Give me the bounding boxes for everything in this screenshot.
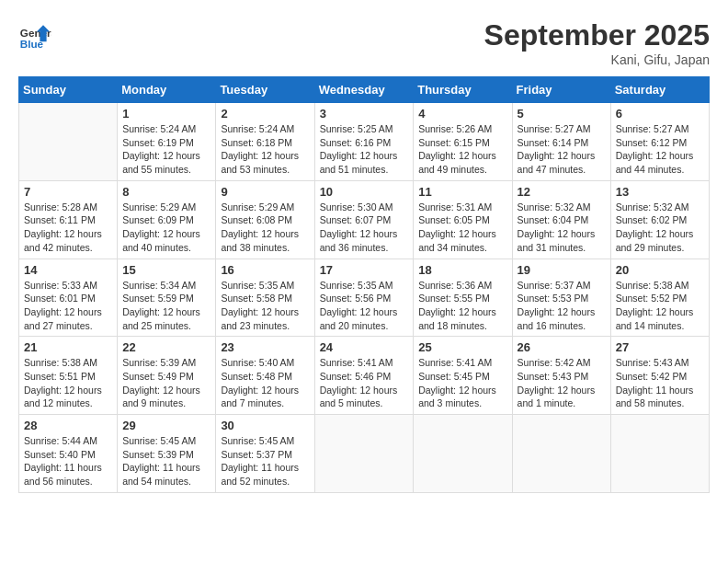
day-info: Sunrise: 5:38 AM Sunset: 5:51 PM Dayligh… <box>24 356 112 410</box>
weekday-header: Tuesday <box>216 77 314 103</box>
day-number: 3 <box>320 107 409 121</box>
calendar-cell: 26Sunrise: 5:42 AM Sunset: 5:43 PM Dayli… <box>512 337 610 415</box>
calendar-cell: 10Sunrise: 5:30 AM Sunset: 6:07 PM Dayli… <box>314 180 414 259</box>
day-info: Sunrise: 5:31 AM Sunset: 6:05 PM Dayligh… <box>418 201 506 255</box>
day-number: 8 <box>122 185 210 199</box>
day-number: 24 <box>320 340 409 354</box>
day-number: 29 <box>122 419 210 432</box>
day-number: 26 <box>518 340 606 354</box>
day-number: 13 <box>616 185 704 199</box>
day-number: 1 <box>122 107 210 121</box>
day-info: Sunrise: 5:37 AM Sunset: 5:53 PM Dayligh… <box>518 279 606 333</box>
day-number: 5 <box>518 107 606 121</box>
calendar-cell: 22Sunrise: 5:39 AM Sunset: 5:49 PM Dayli… <box>118 337 216 415</box>
day-number: 25 <box>418 340 506 354</box>
calendar-cell: 1Sunrise: 5:24 AM Sunset: 6:19 PM Daylig… <box>118 103 216 181</box>
day-info: Sunrise: 5:38 AM Sunset: 5:52 PM Dayligh… <box>616 279 704 333</box>
calendar-subtitle: Kani, Gifu, Japan <box>484 52 710 67</box>
week-row: 7Sunrise: 5:28 AM Sunset: 6:11 PM Daylig… <box>19 180 710 259</box>
calendar-cell: 30Sunrise: 5:45 AM Sunset: 5:37 PM Dayli… <box>216 415 314 493</box>
day-number: 6 <box>616 107 704 121</box>
day-info: Sunrise: 5:42 AM Sunset: 5:43 PM Dayligh… <box>518 356 606 410</box>
calendar-cell: 15Sunrise: 5:34 AM Sunset: 5:59 PM Dayli… <box>118 259 216 337</box>
calendar-cell: 12Sunrise: 5:32 AM Sunset: 6:04 PM Dayli… <box>512 180 610 259</box>
day-number: 28 <box>24 419 112 432</box>
day-number: 2 <box>221 107 309 121</box>
calendar-cell: 9Sunrise: 5:29 AM Sunset: 6:08 PM Daylig… <box>216 180 314 259</box>
day-number: 23 <box>221 340 309 354</box>
calendar-cell: 4Sunrise: 5:26 AM Sunset: 6:15 PM Daylig… <box>414 103 512 181</box>
day-number: 20 <box>616 263 704 277</box>
day-info: Sunrise: 5:39 AM Sunset: 5:49 PM Dayligh… <box>122 356 210 410</box>
calendar-cell: 27Sunrise: 5:43 AM Sunset: 5:42 PM Dayli… <box>610 337 709 415</box>
calendar-cell: 19Sunrise: 5:37 AM Sunset: 5:53 PM Dayli… <box>512 259 610 337</box>
day-info: Sunrise: 5:45 AM Sunset: 5:39 PM Dayligh… <box>122 434 210 488</box>
day-number: 27 <box>616 340 704 354</box>
day-number: 9 <box>221 185 309 199</box>
day-info: Sunrise: 5:32 AM Sunset: 6:04 PM Dayligh… <box>518 201 606 255</box>
calendar-cell: 2Sunrise: 5:24 AM Sunset: 6:18 PM Daylig… <box>216 103 314 181</box>
day-info: Sunrise: 5:45 AM Sunset: 5:37 PM Dayligh… <box>221 434 309 488</box>
day-number: 10 <box>320 185 409 199</box>
calendar-cell: 3Sunrise: 5:25 AM Sunset: 6:16 PM Daylig… <box>314 103 414 181</box>
calendar-title: September 2025 <box>484 18 710 52</box>
day-number: 19 <box>518 263 606 277</box>
calendar-cell: 6Sunrise: 5:27 AM Sunset: 6:12 PM Daylig… <box>610 103 709 181</box>
weekday-header: Friday <box>512 77 610 103</box>
week-row: 1Sunrise: 5:24 AM Sunset: 6:19 PM Daylig… <box>19 103 710 181</box>
day-number: 30 <box>221 419 309 432</box>
calendar-cell: 13Sunrise: 5:32 AM Sunset: 6:02 PM Dayli… <box>610 180 709 259</box>
day-info: Sunrise: 5:30 AM Sunset: 6:07 PM Dayligh… <box>320 201 409 255</box>
day-info: Sunrise: 5:24 AM Sunset: 6:18 PM Dayligh… <box>221 122 309 177</box>
page-header: General Blue September 2025 Kani, Gifu, … <box>18 18 710 67</box>
logo-icon: General Blue <box>18 18 51 52</box>
day-number: 21 <box>24 340 112 354</box>
calendar-cell: 20Sunrise: 5:38 AM Sunset: 5:52 PM Dayli… <box>610 259 709 337</box>
week-row: 21Sunrise: 5:38 AM Sunset: 5:51 PM Dayli… <box>19 337 710 415</box>
day-number: 7 <box>24 185 112 199</box>
calendar-cell: 23Sunrise: 5:40 AM Sunset: 5:48 PM Dayli… <box>216 337 314 415</box>
day-info: Sunrise: 5:44 AM Sunset: 5:40 PM Dayligh… <box>24 434 112 488</box>
day-info: Sunrise: 5:41 AM Sunset: 5:45 PM Dayligh… <box>418 356 506 410</box>
calendar-cell: 11Sunrise: 5:31 AM Sunset: 6:05 PM Dayli… <box>414 180 512 259</box>
day-info: Sunrise: 5:27 AM Sunset: 6:12 PM Dayligh… <box>616 122 704 177</box>
day-info: Sunrise: 5:25 AM Sunset: 6:16 PM Dayligh… <box>320 122 409 177</box>
day-info: Sunrise: 5:24 AM Sunset: 6:19 PM Dayligh… <box>122 122 210 177</box>
day-number: 11 <box>418 185 506 199</box>
calendar-table: SundayMondayTuesdayWednesdayThursdayFrid… <box>18 76 710 493</box>
day-info: Sunrise: 5:28 AM Sunset: 6:11 PM Dayligh… <box>24 201 112 255</box>
calendar-cell <box>414 415 512 493</box>
calendar-cell: 7Sunrise: 5:28 AM Sunset: 6:11 PM Daylig… <box>19 180 118 259</box>
weekday-header: Wednesday <box>314 77 414 103</box>
day-number: 17 <box>320 263 409 277</box>
calendar-cell: 5Sunrise: 5:27 AM Sunset: 6:14 PM Daylig… <box>512 103 610 181</box>
day-info: Sunrise: 5:26 AM Sunset: 6:15 PM Dayligh… <box>418 122 506 177</box>
logo: General Blue <box>18 18 51 52</box>
day-number: 16 <box>221 263 309 277</box>
day-info: Sunrise: 5:32 AM Sunset: 6:02 PM Dayligh… <box>616 201 704 255</box>
calendar-cell <box>610 415 709 493</box>
title-block: September 2025 Kani, Gifu, Japan <box>484 18 710 67</box>
day-info: Sunrise: 5:41 AM Sunset: 5:46 PM Dayligh… <box>320 356 409 410</box>
calendar-cell <box>314 415 414 493</box>
calendar-cell: 17Sunrise: 5:35 AM Sunset: 5:56 PM Dayli… <box>314 259 414 337</box>
weekday-header: Sunday <box>19 77 118 103</box>
day-info: Sunrise: 5:36 AM Sunset: 5:55 PM Dayligh… <box>418 279 506 333</box>
day-info: Sunrise: 5:35 AM Sunset: 5:56 PM Dayligh… <box>320 279 409 333</box>
calendar-cell: 29Sunrise: 5:45 AM Sunset: 5:39 PM Dayli… <box>118 415 216 493</box>
day-info: Sunrise: 5:33 AM Sunset: 6:01 PM Dayligh… <box>24 279 112 333</box>
week-row: 28Sunrise: 5:44 AM Sunset: 5:40 PM Dayli… <box>19 415 710 493</box>
calendar-cell: 14Sunrise: 5:33 AM Sunset: 6:01 PM Dayli… <box>19 259 118 337</box>
day-info: Sunrise: 5:40 AM Sunset: 5:48 PM Dayligh… <box>221 356 309 410</box>
calendar-cell: 8Sunrise: 5:29 AM Sunset: 6:09 PM Daylig… <box>118 180 216 259</box>
weekday-header: Saturday <box>610 77 709 103</box>
calendar-cell: 28Sunrise: 5:44 AM Sunset: 5:40 PM Dayli… <box>19 415 118 493</box>
day-number: 15 <box>122 263 210 277</box>
day-number: 18 <box>418 263 506 277</box>
day-info: Sunrise: 5:43 AM Sunset: 5:42 PM Dayligh… <box>616 356 704 410</box>
weekday-header: Monday <box>118 77 216 103</box>
calendar-cell: 25Sunrise: 5:41 AM Sunset: 5:45 PM Dayli… <box>414 337 512 415</box>
day-info: Sunrise: 5:34 AM Sunset: 5:59 PM Dayligh… <box>122 279 210 333</box>
day-info: Sunrise: 5:29 AM Sunset: 6:09 PM Dayligh… <box>122 201 210 255</box>
weekday-header: Thursday <box>414 77 512 103</box>
